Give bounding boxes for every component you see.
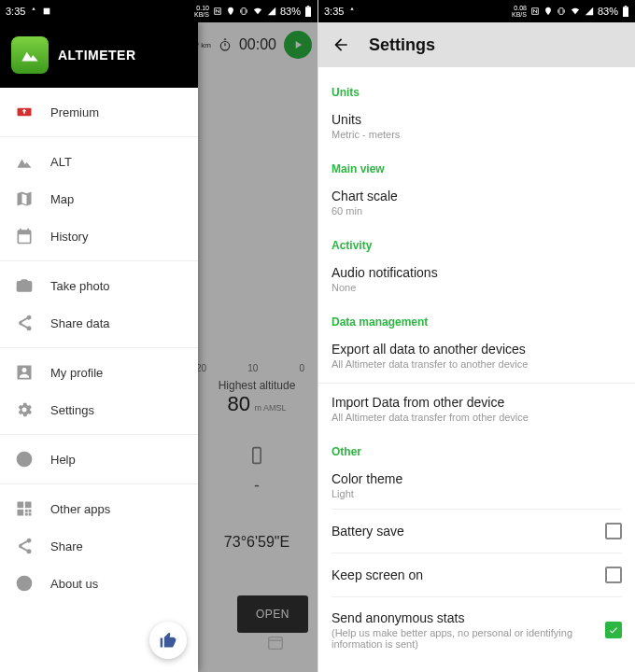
location-icon bbox=[226, 7, 235, 16]
drawer-item-label: Take photo bbox=[50, 279, 110, 293]
status-time: 3:35 bbox=[324, 6, 344, 17]
drawer-item-share[interactable]: Share bbox=[0, 527, 198, 565]
pref-battery-save[interactable]: Battery save bbox=[332, 509, 622, 553]
divider bbox=[0, 347, 198, 348]
drawer-item-label: My profile bbox=[50, 366, 103, 380]
svg-rect-14 bbox=[25, 513, 28, 516]
pref-audio-notifications[interactable]: Audio notifications None bbox=[332, 258, 622, 302]
pref-keep-screen-on[interactable]: Keep screen on bbox=[332, 553, 622, 596]
battery-icon bbox=[622, 6, 629, 17]
vibrate-icon bbox=[239, 7, 248, 16]
pref-color-theme[interactable]: Color theme Light bbox=[332, 464, 622, 509]
status-icon bbox=[42, 7, 51, 16]
pref-units[interactable]: Units Metric - meters bbox=[332, 105, 622, 149]
svg-rect-11 bbox=[18, 510, 24, 516]
drawer-item-other-apps[interactable]: Other apps bbox=[0, 490, 198, 527]
signal-icon bbox=[267, 7, 276, 16]
status-bar: 3:35 0.10KB/S 83% bbox=[0, 0, 318, 22]
drawer-item-label: About us bbox=[50, 577, 98, 591]
drawer-item-premium[interactable]: Premium bbox=[0, 93, 198, 131]
map-icon bbox=[15, 189, 34, 208]
navigation-drawer: ALTIMETER PremiumALTMapHistoryTake photo… bbox=[0, 22, 198, 672]
status-icon bbox=[347, 7, 357, 16]
divider bbox=[0, 434, 198, 435]
divider bbox=[0, 136, 198, 137]
status-time: 3:35 bbox=[6, 6, 25, 17]
checkbox-battery-save[interactable] bbox=[605, 523, 622, 539]
app-title: ALTIMETER bbox=[58, 48, 136, 63]
help-icon bbox=[15, 450, 34, 469]
drawer-item-label: Share bbox=[50, 539, 83, 553]
nfc-icon bbox=[213, 7, 222, 16]
drawer-item-history[interactable]: History bbox=[0, 217, 198, 255]
apps-icon bbox=[15, 499, 34, 518]
signal-icon bbox=[585, 7, 594, 16]
gear-icon bbox=[15, 400, 34, 419]
svg-rect-0 bbox=[44, 8, 50, 15]
svg-rect-3 bbox=[307, 6, 309, 7]
pref-anonymous-stats[interactable]: Send anonymous stats (Help us make bette… bbox=[332, 596, 622, 663]
drawer-item-label: History bbox=[50, 230, 88, 244]
battery-icon bbox=[304, 6, 312, 17]
settings-header: Settings bbox=[318, 22, 635, 67]
drawer-item-about-us[interactable]: About us bbox=[0, 565, 198, 602]
history-icon bbox=[15, 227, 34, 245]
status-bar: 3:35 0.08KB/S 83% bbox=[318, 0, 635, 22]
section-mainview: Main view bbox=[332, 162, 622, 175]
drawer-item-my-profile[interactable]: My profile bbox=[0, 354, 198, 391]
svg-rect-15 bbox=[29, 513, 32, 516]
status-netspeed: 0.08KB/S bbox=[512, 5, 527, 18]
drawer-item-take-photo[interactable]: Take photo bbox=[0, 267, 198, 304]
camera-icon bbox=[15, 276, 34, 295]
settings-body[interactable]: Units Units Metric - meters Main view Ch… bbox=[318, 67, 635, 672]
drawer-list: PremiumALTMapHistoryTake photoShare data… bbox=[0, 88, 198, 672]
section-data-management: Data management bbox=[332, 315, 622, 329]
drawer-item-label: Help bbox=[50, 453, 76, 467]
divider bbox=[0, 260, 198, 261]
svg-rect-10 bbox=[25, 502, 32, 509]
drawer-item-label: Share data bbox=[50, 316, 110, 330]
drawer-item-alt[interactable]: ALT bbox=[0, 143, 198, 180]
drawer-header: ALTIMETER bbox=[0, 22, 198, 88]
status-battery-pct: 83% bbox=[598, 6, 618, 17]
drawer-item-settings[interactable]: Settings bbox=[0, 391, 198, 428]
share-icon bbox=[15, 314, 34, 332]
svg-rect-13 bbox=[29, 510, 32, 512]
svg-rect-17 bbox=[559, 8, 563, 15]
drawer-item-label: Settings bbox=[50, 403, 94, 417]
section-other: Other bbox=[332, 445, 622, 458]
back-icon[interactable] bbox=[332, 35, 350, 54]
status-netspeed: 0.10KB/S bbox=[194, 5, 209, 18]
checkbox-keep-screen-on[interactable] bbox=[605, 567, 622, 583]
drawer-item-help[interactable]: Help bbox=[0, 441, 198, 478]
drawer-item-label: Map bbox=[50, 192, 74, 206]
pref-export-data[interactable]: Export all data to another devices All A… bbox=[332, 334, 622, 379]
pref-chart-scale[interactable]: Chart scale 60 min bbox=[332, 181, 622, 226]
like-button[interactable] bbox=[149, 622, 187, 659]
location-icon bbox=[543, 7, 553, 16]
svg-rect-12 bbox=[25, 510, 28, 512]
svg-rect-18 bbox=[623, 7, 628, 17]
info-icon bbox=[15, 574, 34, 593]
checkbox-anonymous-stats[interactable] bbox=[605, 622, 622, 638]
wifi-icon bbox=[252, 7, 263, 16]
section-activity: Activity bbox=[332, 239, 622, 252]
svg-rect-2 bbox=[305, 7, 311, 17]
svg-rect-1 bbox=[242, 8, 246, 15]
premium-icon bbox=[15, 103, 34, 121]
status-icon bbox=[29, 7, 38, 16]
page-title: Settings bbox=[369, 35, 435, 55]
app-icon bbox=[11, 36, 49, 74]
drawer-item-map[interactable]: Map bbox=[0, 180, 198, 217]
pref-import-data[interactable]: Import Data from other device All Altime… bbox=[332, 387, 622, 432]
drawer-item-label: Other apps bbox=[50, 502, 110, 516]
wifi-icon bbox=[570, 7, 581, 16]
svg-rect-9 bbox=[18, 502, 24, 509]
alt-icon bbox=[15, 152, 34, 171]
drawer-item-share-data[interactable]: Share data bbox=[0, 304, 198, 342]
left-screenshot: 3:35 0.10KB/S 83% 0 / km 00:00 bbox=[0, 0, 318, 672]
drawer-item-label: Premium bbox=[50, 105, 99, 119]
right-screenshot: 3:35 0.08KB/S 83% Settings Units Units M… bbox=[318, 0, 635, 672]
svg-rect-19 bbox=[625, 6, 627, 7]
nfc-icon bbox=[530, 7, 540, 16]
